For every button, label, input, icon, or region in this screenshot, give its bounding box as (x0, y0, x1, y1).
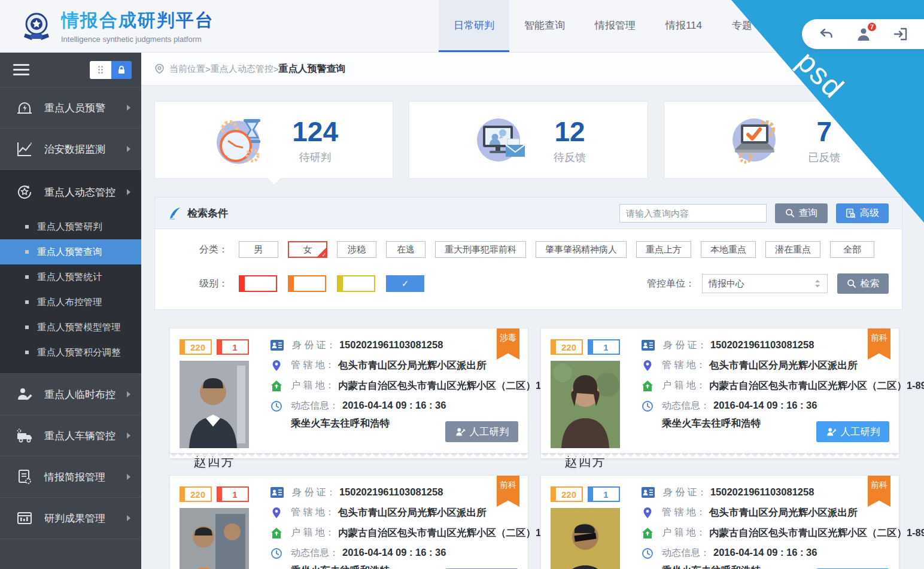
sidebar-subitem-score-adjust[interactable]: 重点人预警积分调整 (0, 340, 141, 365)
chevron-right-icon (127, 146, 130, 152)
category-local-key[interactable]: 本地重点 (701, 241, 756, 258)
tab-daily-judgment[interactable]: 日常研判 (439, 0, 509, 52)
home-icon (270, 380, 282, 392)
user-toolbar: 7 (802, 19, 924, 49)
app-subtitle: Intelligence synthetic judgments platfor… (61, 35, 214, 44)
stats-row: 124 待研判 12 待反馈 (154, 101, 902, 179)
sidebar-group-dynamic-control: 重点人动态管控 重点人预警研判 重点人预警查询 重点人预警统计 重点人布控管理 … (0, 170, 141, 374)
sidebar-subitem-warning-query[interactable]: 重点人预警查询 (0, 239, 141, 264)
dynamic-label: 动态信息： (291, 400, 339, 412)
tab-intel-114[interactable]: 情报114 (651, 0, 717, 52)
score-box: 220 (180, 486, 212, 502)
sidebar-item-key-person-warning[interactable]: 重点人员预警 (0, 87, 141, 129)
chevron-right-icon (127, 433, 130, 439)
home-icon (270, 527, 282, 539)
clock-hourglass-icon (209, 111, 267, 169)
person-check-icon (826, 427, 837, 437)
clock-icon (270, 400, 282, 412)
sidebar-subitem-control-management[interactable]: 重点人布控管理 (0, 290, 141, 315)
person-cards-grid: 涉毒 220 1 (169, 328, 924, 569)
person-name: 赵四方 (551, 454, 620, 470)
manual-judgment-button[interactable]: 人工研判 (445, 421, 518, 442)
check-icon: ✓ (321, 252, 326, 258)
person-name: 赵四方 (180, 454, 249, 470)
breadcrumb-prefix: 当前位置 (169, 63, 205, 75)
sidebar-subitem-warning-judgment[interactable]: 重点人预警研判 (0, 214, 141, 239)
person-card: 前科 220 1 (540, 328, 899, 454)
level-red[interactable] (239, 275, 277, 292)
category-female[interactable]: 女 ✓ (288, 241, 327, 258)
tab-intel-management[interactable]: 情报管理 (580, 0, 651, 52)
id-card-icon (270, 340, 284, 351)
sidebar-item-key-person-dynamic-control[interactable]: 重点人动态管控 (0, 170, 141, 214)
grade-box: 1 (588, 486, 620, 502)
lock-icon (111, 61, 132, 79)
search-input[interactable] (619, 204, 767, 223)
menu-collapse-icon[interactable] (13, 61, 29, 78)
level-blue-checked[interactable]: ✓ (386, 275, 424, 292)
arrest-photo (180, 508, 249, 569)
category-stability[interactable]: 涉稳 (337, 241, 376, 258)
chevron-right-icon (127, 105, 130, 111)
sidebar-item-temporary-control[interactable]: 重点人临时布控 (0, 374, 141, 415)
category-fugitive[interactable]: 在逃 (386, 241, 425, 258)
jurisdiction-label: 管 辖 地： (291, 359, 335, 372)
stat-label: 待研判 (292, 150, 338, 165)
app-logo: 情报合成研判平台 Intelligence synthetic judgment… (20, 0, 214, 52)
advanced-search-button[interactable]: 高级 (836, 203, 889, 223)
logout-icon[interactable] (893, 26, 908, 42)
category-key-petition[interactable]: 重点上方 (636, 241, 691, 258)
level-yellow[interactable] (337, 275, 375, 292)
sidebar-item-briefing-management[interactable]: 情报简报管理 (0, 457, 141, 498)
category-label: 分类： (168, 244, 228, 256)
chevron-right-icon (127, 189, 130, 195)
main-nav: 日常研判 智能查询 情报管理 情报114 专题 (439, 0, 767, 52)
undo-icon[interactable] (819, 26, 834, 42)
level-label: 级别： (168, 278, 228, 290)
breadcrumb-current: 重点人预警查询 (279, 63, 346, 75)
stat-card-pending-feedback[interactable]: 12 待反馈 (409, 101, 648, 179)
clock-icon (642, 400, 654, 412)
advanced-search-icon (846, 208, 856, 218)
sidebar-subitem-model-management[interactable]: 重点人预警模型管理 (0, 315, 141, 340)
retrieve-button[interactable]: 检索 (837, 273, 889, 294)
sidebar-subitem-warning-statistics[interactable]: 重点人预警统计 (0, 264, 141, 290)
dynamic-time: 2016-04-14 09 : 16 : 36 (342, 400, 446, 411)
tab-smart-query[interactable]: 智能查询 (509, 0, 580, 52)
control-unit-select[interactable]: 情报中心 (702, 274, 828, 293)
breadcrumb-parent[interactable]: 重点人动态管控 (211, 63, 273, 75)
query-button[interactable]: 查询 (775, 203, 828, 223)
search-panel-title: 检索条件 (187, 206, 228, 220)
user-account-icon[interactable]: 7 (856, 26, 871, 42)
home-icon (642, 380, 654, 392)
category-male[interactable]: 男 (239, 241, 278, 258)
score-box: 220 (180, 339, 212, 355)
chevron-right-icon (127, 474, 130, 480)
map-pin-icon (270, 360, 282, 372)
manual-judgment-button[interactable]: 人工研判 (816, 421, 889, 442)
sidebar-item-vehicle-control[interactable]: 重点人车辆管控 (0, 415, 141, 457)
person-card: 涉毒 220 1 (169, 328, 528, 454)
level-filter-row: 级别： ✓ 管控单位： (168, 273, 889, 294)
level-orange[interactable] (288, 275, 326, 292)
clock-icon (642, 547, 654, 559)
stat-card-pending-judgment[interactable]: 124 待研判 (154, 101, 393, 179)
category-potential-key[interactable]: 潜在重点 (765, 241, 820, 258)
sidebar-lock-toggle[interactable] (90, 61, 132, 79)
category-all[interactable]: 全部 (830, 241, 874, 258)
report-gear-icon (16, 468, 34, 486)
notification-badge: 7 (867, 22, 877, 32)
monitor-message-icon (471, 111, 528, 169)
id-value: 1502021961103081258 (339, 339, 443, 351)
search-panel: 检索条件 查询 (154, 197, 902, 310)
grip-icon (90, 61, 111, 79)
home-icon (642, 527, 654, 539)
household-label: 户 籍 地： (291, 379, 335, 392)
mugshot-photo (551, 361, 620, 448)
sidebar-item-security-data-monitor[interactable]: 治安数据监测 (0, 129, 141, 170)
magnifier-icon (785, 208, 795, 218)
sidebar-item-judgment-results[interactable]: 研判成果管理 (0, 498, 141, 539)
category-major-crime[interactable]: 重大刑事犯罪前科 (435, 241, 526, 258)
category-mental-illness[interactable]: 肇事肇祸精神病人 (536, 241, 627, 258)
laptop-check-icon (725, 111, 783, 169)
